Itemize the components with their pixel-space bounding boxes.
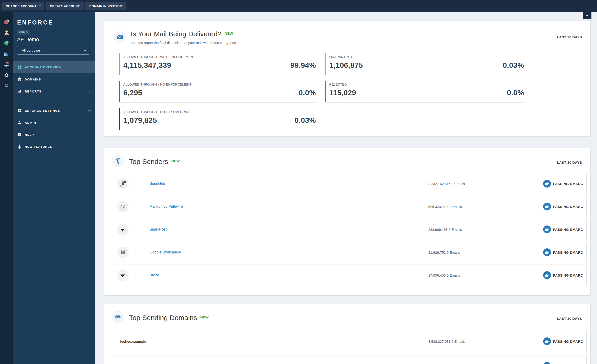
period-label: LAST 30 DAYS	[557, 35, 582, 39]
sidebar-item-domains[interactable]: DOMAINS	[13, 73, 95, 85]
domain-email-count: 45,079,322.0 Emails	[428, 356, 460, 364]
sidebar: ENFORCE DEMO AE Demo All portfolios ACCO…	[13, 12, 95, 364]
domain-name: realestateco.example	[120, 356, 155, 364]
dmarc-status-badge: PASSING DMARC	[543, 173, 583, 194]
sender-row[interactable]: SendGrid 3,232,162,815.0 Emails PASSING …	[113, 173, 587, 194]
sender-name-link[interactable]: SendGrid	[149, 173, 165, 194]
change-account-button[interactable]: CHANGE ACCOUNT	[2, 2, 44, 10]
sender-name-link[interactable]: Mailgun by Pathwire	[149, 196, 183, 217]
enforce-app-icon[interactable]	[3, 40, 9, 46]
enforce-logo: ENFORCE	[17, 19, 54, 26]
sender-email-count: 17,056,455.0 Emails	[428, 265, 460, 286]
stat-rejected: REJECTED 115,029 0.0%	[325, 81, 524, 103]
sidebar-item-new-features[interactable]: NEW FEATURES	[13, 141, 95, 153]
settings-gear-icon[interactable]	[3, 72, 9, 78]
thumbs-up-icon	[543, 337, 551, 345]
admin-person-icon	[17, 120, 22, 125]
top-senders-list: SendGrid 3,232,162,815.0 Emails PASSING …	[113, 173, 587, 287]
asterisk-icon	[17, 144, 22, 149]
top-sending-domains-title: Top Sending Domains	[129, 314, 197, 321]
stat-percent: 99.94%	[291, 61, 316, 70]
sidebar-item-enforce-settings[interactable]: ENFORCE SETTINGS	[13, 105, 95, 116]
dmarc-status-badge: PASSING DMARC	[543, 331, 583, 352]
scroll-to-top-button[interactable]	[583, 12, 591, 19]
dmarc-status-text: PASSING DMARC	[553, 205, 583, 209]
sidebar-item-label: ACCOUNT OVERVIEW	[25, 65, 62, 69]
domain-row: techco.example 3,538,237,031.0 Emails PA…	[113, 331, 587, 352]
chevron-down-icon	[88, 109, 91, 111]
svg-text:?: ?	[18, 133, 20, 136]
domain-inspector-button[interactable]: DOMAIN INSPECTOR	[85, 2, 126, 10]
dmarc-status-text: PASSING DMARC	[553, 182, 583, 186]
monitor-app-icon[interactable]	[3, 19, 9, 25]
sender-email-count: 526,323,219.0 Emails	[428, 196, 462, 217]
sidebar-item-label: ADMIN	[25, 121, 36, 124]
grid-icon	[17, 64, 22, 70]
sender-name-link[interactable]: Braze	[149, 265, 159, 286]
stat-label: ALLOWED THROUGH - WITH ENFORCEMENT	[123, 55, 316, 59]
thumbs-up-icon	[543, 202, 551, 210]
chevron-up-icon	[586, 15, 588, 17]
google-workspace-logo: M	[117, 247, 129, 258]
help-icon: ?	[17, 132, 22, 137]
top-senders-card: Top SendersNEW LAST 30 DAYS SendGrid 3,2…	[104, 148, 590, 295]
sender-row[interactable]: @ Mailgun by Pathwire 526,323,219.0 Emai…	[113, 196, 587, 217]
new-badge: NEW	[225, 31, 233, 35]
thumbs-up-icon	[543, 248, 551, 256]
top-sending-domains-list: techco.example 3,538,237,031.0 Emails PA…	[113, 331, 587, 364]
delivery-stats: ALLOWED THROUGH - WITH ENFORCEMENT 4,115…	[119, 53, 597, 136]
stat-value: 115,029	[329, 89, 356, 97]
portfolio-select[interactable]: All portfolios	[17, 46, 89, 54]
change-account-label: CHANGE ACCOUNT	[6, 4, 37, 8]
sidebar-item-account-overview[interactable]: ACCOUNT OVERVIEW	[13, 61, 95, 73]
notifications-bell-icon[interactable]	[3, 62, 9, 68]
sendgrid-logo	[117, 178, 129, 190]
globe-icon	[112, 311, 124, 323]
thumbs-up-icon	[543, 362, 551, 364]
sidebar-item-label: REPORTS	[25, 90, 41, 93]
sender-row[interactable]: SparkPost 233,989,153.0 Emails PASSING D…	[113, 219, 587, 240]
delivery-card-title: Is Your Mail Being Delivered?	[131, 30, 221, 38]
create-account-button[interactable]: CREATE ACCOUNT	[46, 2, 84, 10]
domain-row: realestateco.example 45,079,322.0 Emails…	[113, 355, 587, 364]
sidebar-item-label: DOMAINS	[25, 78, 41, 81]
identity-app-icon[interactable]	[3, 30, 9, 36]
mailgun-logo: @	[117, 201, 129, 213]
new-badge: NEW	[200, 315, 209, 319]
dmarc-status-text: PASSING DMARC	[553, 250, 583, 254]
dmarc-status-badge: PASSING DMARC	[543, 196, 583, 217]
chevron-down-icon	[39, 4, 41, 7]
top-senders-title: Top Senders	[129, 158, 168, 165]
sidebar-item-label: NEW FEATURES	[25, 145, 52, 148]
sender-email-count: 3,232,162,815.0 Emails	[428, 173, 465, 194]
braze-logo	[117, 270, 129, 281]
user-profile-icon[interactable]	[3, 83, 9, 89]
sidebar-item-reports[interactable]: REPORTS	[13, 85, 95, 97]
domain-email-count: 3,538,237,031.0 Emails	[428, 331, 465, 352]
sender-name-link[interactable]: Google Workspace	[149, 242, 181, 263]
sidebar-item-admin[interactable]: ADMIN	[13, 116, 95, 129]
top-bar: CHANGE ACCOUNT CREATE ACCOUNT DOMAIN INS…	[0, 0, 597, 12]
stats-right-column: QUARANTINED 1,106,875 0.03% REJECTED 115…	[325, 53, 524, 136]
dmarc-status-badge: PASSING DMARC	[543, 265, 583, 286]
account-name: AE Demo	[17, 37, 39, 43]
portfolio-select-value: All portfolios	[22, 48, 41, 52]
create-account-label: CREATE ACCOUNT	[50, 4, 80, 8]
stat-allowed-policy-override: ALLOWED THROUGH - POLICY OVERRIDE 1,079,…	[119, 108, 316, 130]
gear-icon	[17, 108, 22, 113]
sidebar-item-label: HELP	[25, 133, 34, 136]
sender-row[interactable]: M Google Workspace 91,926,752.0 Emails P…	[113, 242, 587, 263]
sender-row[interactable]: Braze 17,056,455.0 Emails PASSING DMARC	[113, 264, 587, 286]
period-label: LAST 30 DAYS	[557, 161, 582, 164]
thumbs-up-icon	[543, 225, 551, 233]
top-sending-domains-card: Top Sending DomainsNEW LAST 30 DAYS tech…	[104, 304, 590, 364]
reports-app-icon[interactable]	[3, 51, 9, 57]
sparkpost-logo	[117, 224, 129, 235]
thumbs-up-icon	[543, 271, 551, 279]
sidebar-item-help[interactable]: ? HELP	[13, 129, 95, 141]
period-label: LAST 30 DAYS	[557, 317, 582, 320]
stat-quarantined: QUARANTINED 1,106,875 0.03%	[325, 53, 524, 75]
dmarc-status-text: PASSING DMARC	[553, 273, 583, 277]
sender-name-link[interactable]: SparkPost	[149, 219, 167, 240]
dmarc-status-badge: PASSING DMARC	[543, 242, 583, 263]
